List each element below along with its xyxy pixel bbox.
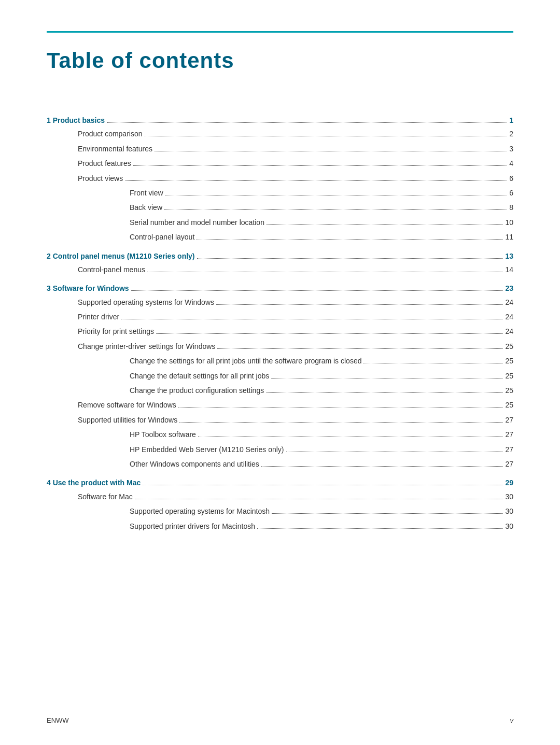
toc-dots-1 (145, 136, 508, 136)
footer-left: ENWW (47, 716, 69, 724)
toc-dots-23 (261, 466, 503, 467)
toc-entry-15: Change printer-driver settings for Windo… (47, 341, 513, 352)
footer: ENWW v (47, 716, 513, 724)
toc-dots-18 (266, 392, 503, 393)
toc-entry-label-8: Control-panel layout (130, 231, 194, 243)
toc-entry-19: Remove software for Windows25 (47, 399, 513, 411)
toc-container: 1 Product basics1Product comparison2Envi… (47, 115, 513, 532)
toc-dots-4 (125, 180, 507, 181)
toc-dots-25 (135, 499, 503, 499)
toc-entry-label-11: 3 Software for Windows (47, 283, 129, 294)
toc-page-9: 13 (505, 250, 513, 262)
toc-entry-label-23: Other Windows components and utilities (130, 458, 259, 470)
toc-entry-label-13: Printer driver (78, 311, 119, 322)
toc-dots-21 (198, 437, 503, 437)
toc-page-12: 24 (505, 297, 513, 308)
toc-entry-label-7: Serial number and model number location (130, 217, 264, 228)
toc-dots-9 (197, 258, 503, 259)
toc-entry-label-22: HP Embedded Web Server (M1210 Series onl… (130, 444, 284, 455)
toc-entry-1: Product comparison2 (47, 128, 513, 139)
toc-entry-label-9: 2 Control panel menus (M1210 Series only… (47, 250, 195, 262)
toc-page-21: 27 (505, 429, 513, 440)
toc-entry-0: 1 Product basics1 (47, 115, 513, 126)
toc-entry-label-20: Supported utilities for Windows (78, 414, 177, 426)
toc-page-22: 27 (505, 444, 513, 455)
toc-dots-2 (155, 151, 507, 151)
toc-page-19: 25 (505, 399, 513, 411)
toc-page-0: 1 (509, 115, 513, 126)
toc-dots-12 (216, 304, 503, 305)
toc-page-8: 11 (505, 231, 513, 243)
toc-entry-14: Priority for print settings24 (47, 326, 513, 337)
toc-dots-26 (272, 513, 503, 514)
toc-dots-13 (121, 319, 503, 319)
toc-entry-4: Product views6 (47, 173, 513, 184)
toc-entry-27: Supported printer drivers for Macintosh3… (47, 521, 513, 532)
toc-entry-3: Product features4 (47, 158, 513, 169)
toc-entry-label-17: Change the default settings for all prin… (130, 370, 269, 382)
top-rule (47, 31, 513, 33)
toc-dots-10 (147, 272, 503, 272)
toc-entry-label-5: Front view (130, 187, 163, 199)
toc-dots-22 (286, 452, 503, 452)
toc-page-13: 24 (505, 311, 513, 322)
toc-entry-label-26: Supported operating systems for Macintos… (130, 505, 270, 517)
toc-page-20: 27 (505, 414, 513, 426)
toc-page-26: 30 (505, 505, 513, 517)
toc-entry-2: Environmental features3 (47, 143, 513, 154)
toc-dots-17 (271, 378, 503, 378)
toc-entry-16: Change the settings for all print jobs u… (47, 355, 513, 367)
toc-entry-label-6: Back view (130, 202, 162, 213)
toc-dots-0 (107, 122, 507, 123)
toc-dots-3 (133, 165, 507, 166)
page: Table of contents 1 Product basics1Produ… (0, 0, 560, 745)
toc-entry-11: 3 Software for Windows23 (47, 283, 513, 294)
toc-dots-6 (164, 209, 507, 210)
toc-dots-27 (257, 528, 503, 529)
toc-dots-24 (143, 485, 503, 485)
toc-entry-18: Change the product configuration setting… (47, 385, 513, 396)
toc-entry-25: Software for Mac30 (47, 491, 513, 502)
toc-page-27: 30 (505, 521, 513, 532)
toc-entry-5: Front view6 (47, 187, 513, 199)
toc-page-24: 29 (505, 477, 513, 488)
toc-dots-7 (267, 224, 503, 225)
toc-entry-label-2: Environmental features (78, 143, 152, 154)
toc-entry-label-4: Product views (78, 173, 123, 184)
toc-dots-15 (217, 348, 503, 349)
toc-page-6: 8 (509, 202, 513, 213)
toc-entry-label-19: Remove software for Windows (78, 399, 176, 411)
toc-page-18: 25 (505, 385, 513, 396)
toc-page-1: 2 (509, 128, 513, 139)
toc-dots-8 (197, 239, 503, 240)
toc-page-23: 27 (505, 458, 513, 470)
toc-page-5: 6 (509, 187, 513, 199)
toc-entry-label-27: Supported printer drivers for Macintosh (130, 521, 255, 532)
toc-page-17: 25 (505, 370, 513, 382)
toc-entry-label-3: Product features (78, 158, 131, 169)
toc-entry-label-24: 4 Use the product with Mac (47, 477, 141, 488)
toc-entry-label-15: Change printer-driver settings for Windo… (78, 341, 215, 352)
toc-page-7: 10 (505, 217, 513, 228)
toc-entry-label-0: 1 Product basics (47, 115, 105, 126)
footer-right: v (510, 716, 514, 724)
toc-page-25: 30 (505, 491, 513, 502)
toc-entry-21: HP Toolbox software27 (47, 429, 513, 440)
page-title: Table of contents (47, 48, 513, 73)
toc-entry-label-16: Change the settings for all print jobs u… (130, 355, 361, 367)
toc-entry-26: Supported operating systems for Macintos… (47, 505, 513, 517)
toc-entry-23: Other Windows components and utilities27 (47, 458, 513, 470)
toc-entry-10: Control-panel menus14 (47, 264, 513, 275)
toc-entry-22: HP Embedded Web Server (M1210 Series onl… (47, 444, 513, 455)
toc-dots-11 (131, 290, 503, 291)
toc-entry-12: Supported operating systems for Windows2… (47, 297, 513, 308)
toc-entry-20: Supported utilities for Windows27 (47, 414, 513, 426)
toc-dots-20 (179, 422, 503, 423)
toc-dots-14 (156, 333, 503, 334)
toc-entry-label-18: Change the product configuration setting… (130, 385, 264, 396)
toc-page-16: 25 (505, 355, 513, 367)
toc-page-2: 3 (509, 143, 513, 154)
toc-page-11: 23 (505, 283, 513, 294)
toc-page-3: 4 (509, 158, 513, 169)
toc-dots-16 (363, 363, 503, 363)
